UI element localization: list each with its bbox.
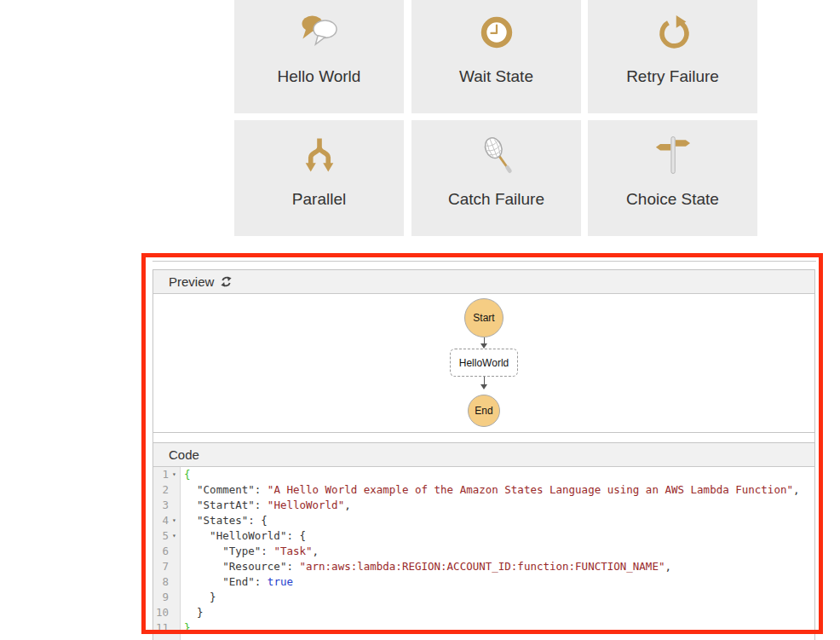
code-line[interactable]: 9 }	[153, 590, 814, 605]
gutter-cell: 9	[153, 590, 180, 605]
template-label: Choice State	[588, 190, 757, 209]
line-number: 10	[153, 605, 169, 620]
chat-bubbles-icon	[234, 8, 404, 57]
gutter-cell: 2	[153, 482, 180, 498]
diagram-end-node: End	[468, 395, 500, 427]
fold-arrow-icon	[169, 590, 180, 605]
gutter-cell: 3	[153, 498, 180, 513]
fold-arrow-icon	[169, 482, 180, 498]
code-header: Code	[153, 443, 814, 467]
preview-header: Preview	[153, 270, 814, 294]
line-number: 11	[153, 620, 169, 636]
template-tile-hello-world[interactable]: Hello World	[234, 0, 404, 113]
template-label: Hello World	[234, 67, 404, 86]
code-title: Code	[169, 447, 199, 462]
code-text: "StartAt": "HelloWorld",	[180, 498, 351, 513]
code-lines: 1▾{2 "Comment": "A Hello World example o…	[153, 467, 814, 636]
end-node-label: End	[475, 405, 492, 417]
code-text: "Resource": "arn:aws:lambda:REGION:ACCOU…	[180, 559, 671, 574]
arrow-line	[484, 377, 485, 384]
clock-icon	[411, 8, 581, 57]
code-line[interactable]: 8 "End": true	[153, 574, 814, 590]
template-tile-wait-state[interactable]: Wait State	[411, 0, 581, 113]
fold-arrow-icon[interactable]: ▾	[169, 528, 180, 544]
fold-arrow-icon	[169, 544, 180, 559]
start-node-label: Start	[473, 312, 494, 324]
refresh-icon[interactable]	[220, 275, 233, 288]
gutter-cell: 7	[153, 559, 180, 574]
signpost-icon	[588, 130, 757, 180]
template-label: Retry Failure	[588, 67, 757, 86]
template-tile-catch-failure[interactable]: Catch Failure	[411, 120, 581, 236]
arrow-line	[484, 337, 485, 343]
template-label: Parallel	[234, 190, 404, 209]
fold-arrow-icon[interactable]: ▾	[169, 513, 180, 528]
line-number: 3	[153, 498, 169, 513]
code-line[interactable]: 2 "Comment": "A Hello World example of t…	[153, 482, 814, 498]
task-node-label: HelloWorld	[459, 357, 509, 369]
net-icon	[411, 130, 581, 180]
code-text: "Comment": "A Hello World example of the…	[180, 482, 800, 498]
container-top-border	[152, 261, 816, 262]
fold-arrow-icon	[169, 574, 180, 590]
gutter-cell: 6	[153, 544, 180, 559]
fold-arrow-icon	[169, 605, 180, 620]
line-number: 2	[153, 482, 169, 498]
code-line[interactable]: 5▾ "HelloWorld": {	[153, 528, 814, 544]
code-text: "End": true	[180, 574, 293, 590]
gutter-cell: 10	[153, 605, 180, 620]
gutter-cell: 11	[153, 620, 180, 636]
line-number: 1	[153, 467, 169, 482]
gutter-cell: 4▾	[153, 513, 180, 528]
fold-arrow-icon[interactable]: ▾	[169, 467, 180, 482]
code-line[interactable]: 7 "Resource": "arn:aws:lambda:REGION:ACC…	[153, 559, 814, 574]
diagram-task-node: HelloWorld	[450, 349, 518, 377]
diagram-start-node: Start	[464, 298, 503, 337]
code-panel: Code 1▾{2 "Comment": "A Hello World exam…	[152, 442, 815, 640]
code-text: }	[180, 620, 191, 636]
code-text: "States": {	[180, 513, 268, 528]
code-line[interactable]: 3 "StartAt": "HelloWorld",	[153, 498, 814, 513]
code-line[interactable]: 4▾ "States": {	[153, 513, 814, 528]
template-label: Catch Failure	[411, 190, 581, 209]
line-number: 5	[153, 528, 169, 544]
code-line[interactable]: 10 }	[153, 605, 814, 620]
template-tile-choice-state[interactable]: Choice State	[588, 120, 757, 236]
code-text: "HelloWorld": {	[180, 528, 306, 544]
line-number: 7	[153, 559, 169, 574]
preview-canvas: Start HelloWorld End	[153, 294, 814, 432]
gutter-cell: 1▾	[153, 467, 180, 482]
code-text: "Type": "Task",	[180, 544, 319, 559]
code-text: {	[180, 467, 191, 482]
template-tile-retry-failure[interactable]: Retry Failure	[588, 0, 757, 113]
preview-title: Preview	[169, 274, 214, 289]
fold-arrow-icon	[169, 559, 180, 574]
gutter-cell: 8	[153, 574, 180, 590]
preview-panel: Preview Start HelloWorld End	[152, 269, 815, 433]
code-text: }	[180, 590, 216, 605]
retry-arrow-icon	[588, 8, 757, 57]
line-number: 9	[153, 590, 169, 605]
arrow-head-icon	[480, 384, 487, 389]
template-label: Wait State	[411, 67, 581, 86]
branch-arrows-icon	[234, 130, 404, 180]
code-line[interactable]: 1▾{	[153, 467, 814, 482]
line-number: 4	[153, 513, 169, 528]
line-number: 8	[153, 574, 169, 590]
code-editor[interactable]: 1▾{2 "Comment": "A Hello World example o…	[153, 467, 814, 640]
code-line[interactable]: 11}	[153, 620, 814, 636]
template-tile-parallel[interactable]: Parallel	[234, 120, 404, 236]
gutter-cell: 5▾	[153, 528, 180, 544]
code-line[interactable]: 6 "Type": "Task",	[153, 544, 814, 559]
code-text: }	[180, 605, 204, 620]
fold-arrow-icon	[169, 620, 180, 636]
line-number: 6	[153, 544, 169, 559]
fold-arrow-icon	[169, 498, 180, 513]
